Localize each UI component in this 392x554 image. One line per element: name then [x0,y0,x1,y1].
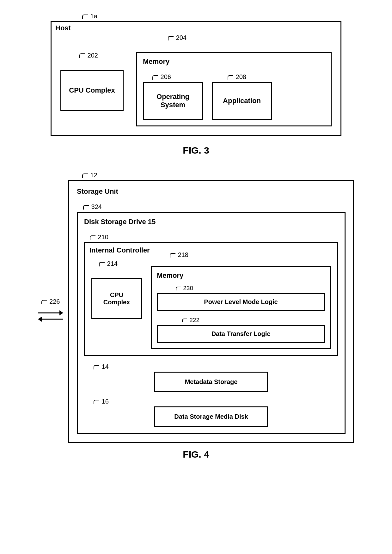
memory-ref-218: 218 [170,251,188,258]
storage-unit-box: Storage Unit 324 Disk Storage Drive 15 [68,180,354,443]
fig3-diagram: 1a Host 202 CPU Complex [51,13,341,136]
memory-outer-fig3: Memory 206 Operating System [136,52,332,126]
disk-storage-box: Disk Storage Drive 15 210 Internal Contr… [77,212,346,434]
data-disk-ref-16: 16 [94,398,109,405]
internal-controller-box: Internal Controller 214 CPU Complex [84,242,338,356]
cpu-complex-box-fig3: CPU Complex [60,70,124,111]
double-arrow-icon [38,307,63,325]
os-ref-206: 206 [152,73,171,80]
fig3-host-ref: 1a [82,13,97,20]
bottom-boxes: 14 Metadata Storage [84,363,338,427]
app-box: Application [212,82,272,120]
cpu-complex-ref-214: 214 [99,260,118,267]
metadata-ref-14: 14 [94,363,109,370]
cpu-complex-box-fig4: CPU Complex [91,278,142,319]
host-box: Host 202 CPU Complex [51,21,341,136]
storage-unit-ref-12: 12 [82,172,97,179]
metadata-box: Metadata Storage [154,372,268,392]
memory-label-fig4: Memory [157,271,325,280]
power-level-ref-230: 230 [176,285,193,291]
internal-controller-label: Internal Controller [89,246,150,254]
cpu-ref-202: 202 [79,52,98,59]
svg-marker-1 [59,310,63,315]
fig4-container: 12 226 [19,172,373,460]
disk-storage-ref-324: 324 [83,203,102,210]
data-disk-box: Data Storage Media Disk [154,406,268,427]
fig3-label: FIG. 3 [183,145,209,156]
power-level-box: Power Level Mode Logic [157,293,325,311]
data-transfer-box: Data Transfer Logic [157,325,325,343]
svg-marker-3 [38,317,42,322]
arrow-container: 226 [38,298,63,325]
memory-ref-204: 204 [168,34,187,41]
storage-unit-label: Storage Unit [77,187,346,196]
fig4-main-row: 226 Storage Unit [38,180,354,443]
memory-inner-row: 206 Operating System [143,73,325,120]
host-label: Host [55,24,71,32]
fig4-diagram: 12 226 [38,172,354,443]
fig4-label: FIG. 4 [183,449,209,460]
fig3-container: 1a Host 202 CPU Complex [19,13,373,156]
memory-fig4: Memory 230 Power Level Mode Logic [151,266,331,349]
disk-storage-label-row: Disk Storage Drive 15 [84,218,338,226]
internal-controller-ref-210: 210 [90,234,108,240]
os-box: Operating System [143,82,203,120]
app-ref-208: 208 [228,73,246,80]
data-transfer-ref-222: 222 [182,317,199,323]
memory-label-fig3: Memory [143,58,325,66]
